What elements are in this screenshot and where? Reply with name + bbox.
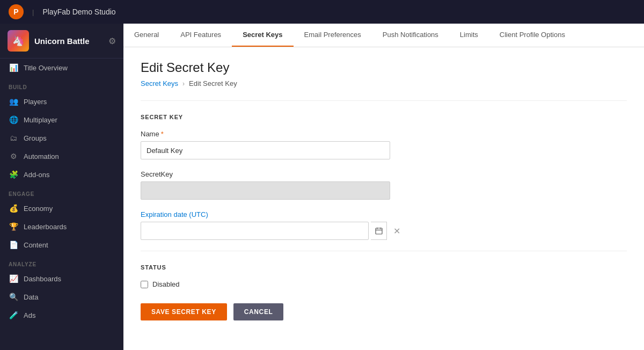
- sidebar-item-label-ads: Ads: [24, 311, 35, 319]
- name-label: Name*: [141, 130, 627, 138]
- calendar-icon[interactable]: [371, 222, 387, 240]
- sidebar-item-dashboards[interactable]: 📈 Dashboards: [0, 269, 123, 288]
- sidebar-item-label-dashboards: Dashboards: [24, 275, 61, 283]
- topbar-divider: |: [32, 8, 34, 16]
- players-icon: 👥: [9, 97, 18, 106]
- sidebar-item-data[interactable]: 🔍 Data: [0, 288, 123, 306]
- economy-icon: 💰: [9, 204, 18, 213]
- sidebar-item-players[interactable]: 👥 Players: [0, 92, 123, 111]
- tab-bar: General API Features Secret Keys Email P…: [123, 24, 644, 47]
- secretkey-input[interactable]: [141, 181, 390, 200]
- expiration-label: Expiration date (UTC): [141, 210, 627, 218]
- disabled-checkbox-row: Disabled: [141, 280, 627, 288]
- tab-client-profile-options[interactable]: Client Profile Options: [489, 24, 576, 47]
- name-input[interactable]: [141, 141, 390, 159]
- sidebar-item-groups[interactable]: 🗂 Groups: [0, 129, 123, 147]
- sidebar-item-label-addons: Add-ons: [24, 171, 49, 179]
- main-layout: 🦄 Unicorn Battle ⚙ 📊 Title Overview BUIL…: [0, 24, 644, 350]
- required-indicator: *: [161, 130, 164, 138]
- secret-key-section-label: SECRET KEY: [141, 114, 627, 120]
- game-avatar: 🦄: [8, 30, 29, 52]
- automation-icon: ⚙: [9, 152, 18, 161]
- content-area: General API Features Secret Keys Email P…: [123, 24, 644, 350]
- data-icon: 🔍: [9, 293, 18, 301]
- disabled-checkbox[interactable]: [141, 281, 148, 288]
- breadcrumb-separator: ›: [182, 80, 185, 88]
- secretkey-label: SecretKey: [141, 170, 627, 178]
- sidebar-item-multiplayer[interactable]: 🌐 Multiplayer: [0, 111, 123, 129]
- sidebar-item-label-players: Players: [24, 98, 47, 106]
- tab-push-notifications[interactable]: Push Notifications: [372, 24, 449, 47]
- sidebar-section-build: BUILD: [0, 77, 123, 92]
- sidebar-item-title-overview[interactable]: 📊 Title Overview: [0, 59, 123, 77]
- game-header: 🦄 Unicorn Battle ⚙: [0, 24, 123, 59]
- sidebar-item-label-data: Data: [24, 293, 38, 301]
- cancel-button[interactable]: CANCEL: [233, 303, 284, 320]
- form-group-secretkey: SecretKey: [141, 170, 627, 200]
- sidebar-item-label-content: Content: [24, 241, 48, 249]
- tab-limits[interactable]: Limits: [449, 24, 489, 47]
- section-divider: [141, 100, 627, 101]
- sidebar-item-label-automation: Automation: [24, 152, 59, 161]
- sidebar-item-addons[interactable]: 🧩 Add-ons: [0, 165, 123, 184]
- tab-general[interactable]: General: [123, 24, 170, 47]
- status-section-label: STATUS: [141, 264, 627, 271]
- addons-icon: 🧩: [9, 170, 18, 179]
- studio-name: PlayFab Demo Studio: [42, 8, 115, 16]
- sidebar-item-automation[interactable]: ⚙ Automation: [0, 147, 123, 165]
- disabled-label[interactable]: Disabled: [152, 280, 180, 288]
- tab-email-preferences[interactable]: Email Preferences: [294, 24, 372, 47]
- expiration-input[interactable]: [141, 222, 369, 240]
- settings-icon[interactable]: ⚙: [108, 36, 116, 46]
- sidebar-item-label-economy: Economy: [24, 205, 53, 213]
- sidebar-item-label-groups: Groups: [24, 134, 47, 142]
- topbar: P | PlayFab Demo Studio: [0, 0, 644, 24]
- content-icon: 📄: [9, 240, 18, 249]
- sidebar-item-economy[interactable]: 💰 Economy: [0, 199, 123, 217]
- sidebar-item-label-multiplayer: Multiplayer: [24, 116, 57, 124]
- tab-api-features[interactable]: API Features: [170, 24, 232, 47]
- sidebar-item-leaderboards[interactable]: 🏆 Leaderboards: [0, 217, 123, 236]
- form-group-expiration: Expiration date (UTC) ✕: [141, 210, 627, 240]
- page-content: Edit Secret Key Secret Keys › Edit Secre…: [123, 47, 644, 350]
- status-section: Disabled: [141, 280, 627, 288]
- save-secret-key-button[interactable]: SAVE SECRET KEY: [141, 303, 227, 320]
- groups-icon: 🗂: [9, 134, 18, 142]
- svg-rect-0: [376, 228, 382, 234]
- breadcrumb-link-secret-keys[interactable]: Secret Keys: [141, 79, 178, 88]
- form-group-name: Name*: [141, 130, 627, 159]
- game-name: Unicorn Battle: [34, 37, 103, 46]
- multiplayer-icon: 🌐: [9, 115, 18, 124]
- breadcrumb-current: Edit Secret Key: [189, 79, 237, 88]
- tab-secret-keys[interactable]: Secret Keys: [232, 24, 293, 47]
- date-clear-button[interactable]: ✕: [389, 223, 404, 238]
- leaderboards-icon: 🏆: [9, 222, 18, 231]
- playfab-logo: P: [9, 4, 24, 19]
- sidebar: 🦄 Unicorn Battle ⚙ 📊 Title Overview BUIL…: [0, 24, 123, 350]
- status-divider: [141, 251, 627, 251]
- sidebar-item-ads[interactable]: 🧪 Ads: [0, 306, 123, 324]
- sidebar-section-engage: ENGAGE: [0, 184, 123, 199]
- sidebar-section-analyze: ANALYZE: [0, 254, 123, 269]
- sidebar-item-content[interactable]: 📄 Content: [0, 236, 123, 254]
- action-buttons: SAVE SECRET KEY CANCEL: [141, 303, 627, 320]
- date-input-wrapper: ✕: [141, 222, 627, 240]
- dashboards-icon: 📈: [9, 274, 18, 283]
- ads-icon: 🧪: [9, 311, 18, 319]
- sidebar-item-label-title-overview: Title Overview: [24, 64, 68, 72]
- title-overview-icon: 📊: [9, 63, 18, 72]
- sidebar-item-label-leaderboards: Leaderboards: [24, 223, 67, 231]
- page-title: Edit Secret Key: [141, 60, 627, 75]
- breadcrumb: Secret Keys › Edit Secret Key: [141, 79, 627, 88]
